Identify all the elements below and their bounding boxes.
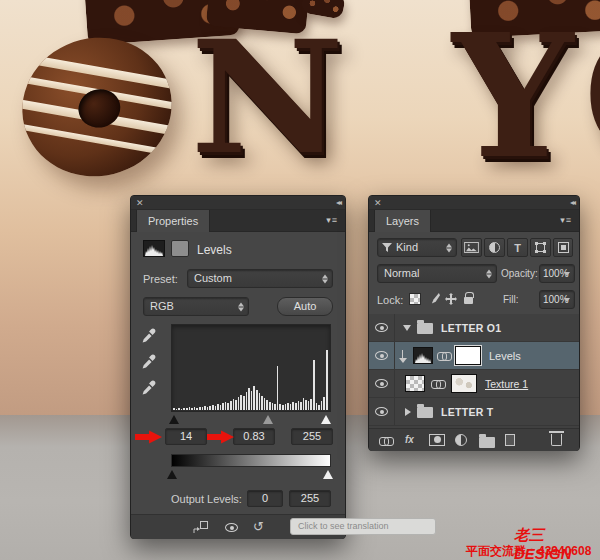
filter-funnel-icon (382, 243, 392, 253)
close-icon[interactable]: ✕ (136, 197, 144, 209)
layer-name[interactable]: LETTER T (441, 406, 494, 418)
fill-label: Fill: (503, 294, 519, 305)
shadow-input-slider[interactable] (169, 415, 179, 424)
output-shadow-slider[interactable] (167, 470, 177, 479)
collapse-panel-icon[interactable]: ◂◂ (336, 197, 340, 209)
layer-name[interactable]: Levels (489, 350, 521, 362)
clip-to-layer-icon[interactable] (193, 521, 208, 534)
eye-cell (369, 398, 395, 425)
photoshop-workspace: N YO ✕ ◂◂ Properties ▾≡ Levels Preset: C… (0, 0, 600, 560)
channel-dropdown[interactable]: RGB (143, 297, 249, 316)
mask-link-icon[interactable] (431, 379, 445, 389)
visibility-eye-icon[interactable] (375, 379, 388, 388)
levels-thumbnail[interactable] (413, 347, 433, 364)
panel-title: Levels (197, 243, 232, 257)
clipping-mask-arrow-icon (402, 350, 409, 359)
shape-icon (535, 242, 546, 253)
dropdown-arrow-icon (564, 298, 570, 302)
reset-icon[interactable]: ↺ (253, 519, 264, 534)
auto-button[interactable]: Auto (277, 297, 333, 316)
fill-field[interactable]: 100% (539, 290, 575, 309)
layer-row-group-letter-o1[interactable]: LETTER O1 (369, 314, 579, 342)
preset-dropdown[interactable]: Custom (187, 269, 333, 288)
black-point-eyedropper-icon[interactable] (141, 328, 156, 343)
red-annotation-arrow (207, 430, 234, 444)
group-folder-icon (417, 407, 433, 418)
dropdown-arrows-icon (238, 302, 244, 311)
layers-tabbar: Layers ▾≡ (369, 210, 579, 232)
visibility-eye-icon[interactable] (375, 351, 388, 360)
layer-row-group-letter-t[interactable]: LETTER T (369, 398, 579, 426)
new-group-icon[interactable] (479, 437, 495, 448)
filter-smart-object-button[interactable] (553, 238, 573, 257)
dropdown-arrows-icon (446, 243, 452, 252)
output-levels-label: Output Levels: (171, 493, 242, 505)
output-highlight-slider[interactable] (323, 470, 333, 479)
lock-all-icon[interactable] (464, 297, 473, 304)
adjustment-icon (489, 242, 500, 253)
output-high-field[interactable]: 255 (289, 490, 331, 507)
dropdown-arrows-icon (486, 269, 492, 278)
layer-name[interactable]: Texture 1 (485, 378, 528, 390)
panel-menu-icon[interactable]: ▾≡ (326, 215, 338, 225)
lock-pixels-brush-icon[interactable] (427, 292, 440, 305)
new-adjustment-layer-icon[interactable] (455, 434, 467, 446)
mini-histogram-icon (145, 243, 163, 256)
mask-link-icon[interactable] (437, 351, 451, 361)
group-folder-icon (417, 323, 433, 334)
mask-badge-icon (171, 240, 189, 257)
filter-type-layers-button[interactable]: T (507, 238, 528, 257)
type-icon: T (514, 242, 521, 254)
chocolate-letter-n: N (190, 6, 344, 189)
filter-adjustment-layers-button[interactable] (484, 238, 505, 257)
tab-layers[interactable]: Layers (374, 210, 431, 232)
eye-cell (369, 314, 395, 341)
input-gamma-field[interactable]: 0.83 (233, 428, 275, 445)
filter-shape-layers-button[interactable] (530, 238, 551, 257)
filter-pixel-layers-button[interactable] (461, 238, 482, 257)
tab-properties[interactable]: Properties (136, 210, 210, 232)
layer-thumbnail-transparent[interactable] (405, 375, 425, 392)
input-shadow-field[interactable]: 14 (165, 428, 207, 445)
add-layer-mask-icon[interactable] (429, 434, 445, 446)
watermark-group-number: 平面交流群：43940608 (466, 543, 591, 560)
opacity-field[interactable]: 100% (539, 264, 575, 283)
gray-point-eyedropper-icon[interactable] (141, 354, 156, 369)
layer-name[interactable]: LETTER O1 (441, 322, 501, 334)
lock-transparency-icon[interactable] (409, 293, 421, 305)
layer-mask-thumbnail[interactable] (455, 346, 481, 365)
input-highlight-field[interactable]: 255 (291, 428, 333, 445)
layers-bottom-toolbar: fx (369, 428, 579, 451)
highlight-input-slider[interactable] (321, 415, 331, 424)
visibility-eye-icon[interactable] (375, 407, 388, 416)
group-expanded-arrow-icon[interactable] (403, 325, 411, 331)
layer-row-texture-1[interactable]: Texture 1 (369, 370, 579, 398)
blend-mode-dropdown[interactable]: Normal (377, 264, 497, 283)
visibility-eye-icon[interactable] (375, 323, 388, 332)
lock-label: Lock: (377, 294, 403, 306)
close-icon[interactable]: ✕ (374, 197, 382, 209)
blend-mode-value: Normal (384, 267, 419, 279)
output-low-field[interactable]: 0 (247, 490, 283, 507)
lock-position-move-icon[interactable] (445, 293, 457, 305)
delete-layer-icon[interactable] (551, 434, 562, 446)
collapse-panel-icon[interactable]: ◂◂ (570, 197, 574, 209)
properties-panel: ✕ ◂◂ Properties ▾≡ Levels Preset: Custom… (130, 195, 346, 539)
channel-value: RGB (150, 300, 174, 312)
filter-kind-dropdown[interactable]: Kind (377, 238, 457, 257)
red-annotation-arrow (135, 430, 162, 444)
layer-row-levels-selected[interactable]: Levels (369, 342, 579, 370)
white-point-eyedropper-icon[interactable] (141, 380, 156, 395)
group-collapsed-arrow-icon[interactable] (405, 408, 411, 416)
layer-style-fx-icon[interactable]: fx (405, 434, 414, 445)
new-layer-icon[interactable] (505, 434, 515, 446)
properties-titlebar: ✕ ◂◂ (131, 196, 345, 210)
panel-menu-icon[interactable]: ▾≡ (560, 215, 572, 225)
smart-object-icon (558, 242, 569, 253)
link-layers-icon[interactable] (379, 436, 393, 446)
midtone-input-slider[interactable] (263, 415, 273, 424)
opacity-label: Opacity: (501, 268, 538, 279)
visibility-toggle-icon[interactable] (225, 523, 238, 532)
texture-mask-thumbnail[interactable] (451, 374, 477, 393)
filter-kind-value: Kind (396, 241, 418, 253)
